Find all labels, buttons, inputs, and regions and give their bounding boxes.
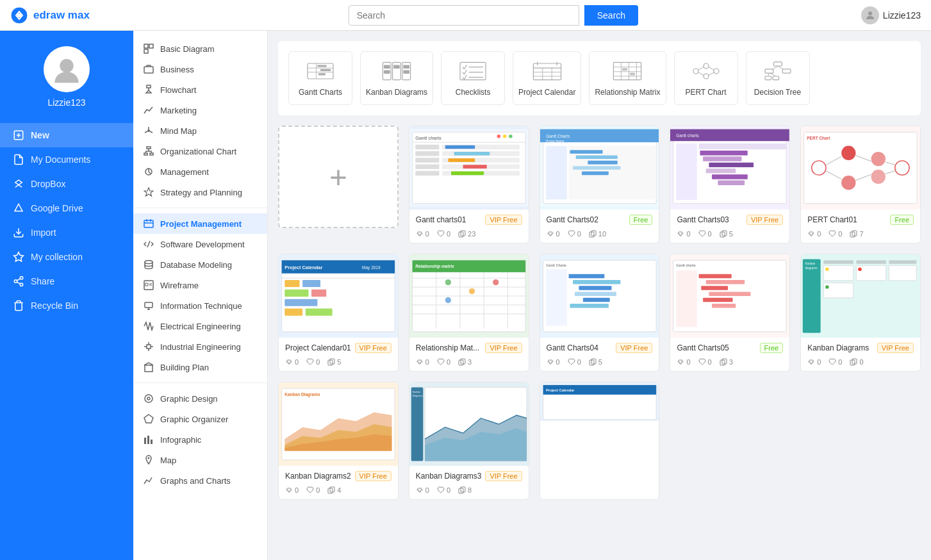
left-panel-item-software-dev[interactable]: Software Development bbox=[133, 234, 267, 254]
svg-rect-194 bbox=[311, 290, 326, 297]
left-panel-item-infographic[interactable]: Infographic bbox=[133, 429, 267, 450]
template-kanban01[interactable]: Kanban diagrams Kan bbox=[800, 254, 921, 372]
svg-rect-90 bbox=[614, 62, 641, 79]
user-profile[interactable]: Lizzie123 bbox=[861, 6, 921, 24]
template-project-cal-partial[interactable]: Project Calendar bbox=[540, 382, 660, 500]
left-panel-item-map[interactable]: Map bbox=[133, 450, 267, 470]
sidebar-item-my-documents[interactable]: My Documents bbox=[0, 147, 133, 172]
svg-text:Relationship matrix: Relationship matrix bbox=[415, 264, 454, 269]
left-panel-item-industrial-eng[interactable]: Industrial Engineering bbox=[133, 336, 267, 357]
left-panel-item-marketing[interactable]: Marketing bbox=[133, 100, 267, 120]
left-panel-item-management[interactable]: Management bbox=[133, 161, 267, 182]
svg-text:Kanban: Kanban bbox=[412, 391, 420, 393]
svg-point-255 bbox=[825, 285, 829, 289]
template-gantt02[interactable]: Gantt Charts Project Name Gantt Charts02… bbox=[540, 126, 660, 243]
category-label: Gantt Charts bbox=[299, 88, 342, 97]
sidebar-item-dropbox[interactable]: DropBox bbox=[0, 172, 133, 196]
template-stats: 0 0 5 bbox=[670, 227, 789, 243]
left-panel-label: Graphs and Charts bbox=[160, 476, 231, 486]
add-new-template[interactable]: + bbox=[278, 126, 399, 228]
template-kanban02[interactable]: Kanban Diagrams Kanban Diagrams2 VIP Fre… bbox=[278, 382, 399, 500]
sidebar-item-google-drive[interactable]: Google Drive bbox=[0, 196, 133, 220]
left-panel-item-building-plan[interactable]: Building Plan bbox=[133, 357, 267, 377]
left-panel-label: Basic Diagram bbox=[160, 44, 215, 54]
template-gantt01[interactable]: Gantt charts bbox=[409, 126, 529, 243]
left-panel-item-project-mgmt[interactable]: Project Management bbox=[133, 213, 267, 234]
category-relationship-matrix[interactable]: Relationship Matrix bbox=[589, 51, 666, 105]
svg-point-256 bbox=[858, 267, 862, 271]
template-stats: 0 0 23 bbox=[409, 227, 529, 243]
left-panel-item-flowchart[interactable]: Flowchart bbox=[133, 79, 267, 100]
left-panel-item-mind-map[interactable]: Mind Map bbox=[133, 120, 267, 141]
template-rel-mat01[interactable]: Relationship matrix bbox=[409, 254, 529, 372]
template-copies: 4 bbox=[327, 486, 341, 494]
category-checklists[interactable]: Checklists bbox=[441, 51, 505, 105]
left-panel-item-wireframe[interactable]: Wireframe bbox=[133, 275, 267, 295]
left-panel-label: Flowchart bbox=[160, 85, 196, 95]
category-kanban-diagrams[interactable]: Kanban Diagrams bbox=[360, 51, 433, 105]
template-gantt05[interactable]: Gantt charts Gantt Charts05 Free bbox=[670, 254, 790, 372]
left-panel-label: Marketing bbox=[160, 106, 197, 115]
left-panel-item-org-chart[interactable]: Organizational Chart bbox=[133, 141, 267, 161]
svg-rect-197 bbox=[306, 309, 333, 316]
svg-rect-226 bbox=[574, 292, 616, 296]
sidebar-item-recycle-bin[interactable]: Recycle Bin bbox=[0, 293, 133, 318]
svg-rect-251 bbox=[823, 283, 853, 298]
search-button[interactable]: Search bbox=[584, 5, 638, 26]
template-gantt04[interactable]: Gantt Charts Gantt Charts04 VIP Free bbox=[540, 254, 660, 372]
search-input[interactable] bbox=[349, 5, 579, 26]
left-panel-label: Business bbox=[160, 65, 194, 74]
left-panel-item-business[interactable]: Business bbox=[133, 59, 267, 79]
left-panel-item-graphic-design[interactable]: Graphic Design bbox=[133, 388, 267, 409]
svg-rect-69 bbox=[318, 73, 325, 75]
template-info: Relationship Mat... VIP Free bbox=[409, 338, 529, 356]
svg-text:Project Calendar: Project Calendar bbox=[546, 388, 575, 392]
template-project-cal01[interactable]: Project Calendar May 2019 Projec bbox=[278, 254, 399, 372]
svg-point-102 bbox=[714, 69, 719, 74]
svg-point-173 bbox=[841, 176, 855, 190]
template-thumb: Gantt Charts bbox=[540, 254, 659, 338]
category-decision-tree[interactable]: Decision Tree bbox=[746, 51, 810, 105]
sidebar-item-share[interactable]: Share bbox=[0, 269, 133, 293]
template-copies: 0 bbox=[850, 358, 863, 366]
svg-rect-149 bbox=[588, 161, 617, 165]
left-panel-item-graphic-organizer[interactable]: Graphic Organizer bbox=[133, 409, 267, 429]
left-panel: Basic Diagram Business Flowchart Marketi… bbox=[133, 31, 268, 560]
template-copies: 23 bbox=[458, 230, 475, 238]
template-stats: 0 0 10 bbox=[540, 227, 659, 243]
template-badge: VIP Free bbox=[485, 215, 522, 225]
svg-rect-123 bbox=[415, 145, 439, 149]
svg-point-62 bbox=[148, 457, 150, 459]
svg-point-11 bbox=[20, 277, 23, 280]
left-panel-item-graphs-charts[interactable]: Graphs and Charts bbox=[133, 470, 267, 491]
template-copies: 10 bbox=[589, 230, 606, 238]
category-label: Checklists bbox=[456, 88, 491, 97]
svg-rect-27 bbox=[147, 147, 151, 149]
svg-point-1 bbox=[17, 13, 21, 17]
template-thumb: Gantt charts bbox=[409, 126, 529, 210]
left-panel-item-electrical-eng[interactable]: Electrical Engineering bbox=[133, 316, 267, 336]
sidebar-item-my-collection[interactable]: My collection bbox=[0, 245, 133, 269]
svg-marker-58 bbox=[144, 415, 153, 423]
sidebar-item-new[interactable]: New bbox=[0, 123, 133, 147]
left-panel-item-strategy[interactable]: Strategy and Planning bbox=[133, 182, 267, 202]
template-likes: 0 bbox=[547, 230, 560, 238]
topbar: edraw max Search Lizzie123 bbox=[0, 0, 931, 31]
svg-rect-134 bbox=[463, 165, 486, 169]
left-panel-item-basic-diagram[interactable]: Basic Diagram bbox=[133, 38, 267, 59]
svg-rect-196 bbox=[284, 309, 302, 316]
category-gantt-charts[interactable]: Gantt Charts bbox=[288, 51, 352, 105]
left-panel-item-info-tech[interactable]: Information Technique bbox=[133, 295, 267, 316]
left-panel-item-database-modeling[interactable]: Database Modeling bbox=[133, 254, 267, 275]
category-project-calendar[interactable]: Project Calendar bbox=[513, 51, 581, 105]
template-thumb: PERT Chart bbox=[801, 126, 920, 210]
svg-rect-161 bbox=[703, 156, 741, 161]
template-kanban03[interactable]: Kanban Diagrams Kanban Diagrams3 VIP Fre… bbox=[409, 382, 529, 500]
category-pert-chart[interactable]: PERT Chart bbox=[674, 51, 738, 105]
svg-line-105 bbox=[709, 67, 714, 70]
template-pert01[interactable]: PERT Chart bbox=[800, 126, 921, 243]
sidebar-item-import[interactable]: Import bbox=[0, 220, 133, 245]
svg-rect-223 bbox=[568, 274, 604, 279]
template-gantt03[interactable]: Gantt charts Gantt Charts03 VIP Free bbox=[670, 126, 790, 243]
svg-text:PERT Chart: PERT Chart bbox=[807, 136, 830, 140]
